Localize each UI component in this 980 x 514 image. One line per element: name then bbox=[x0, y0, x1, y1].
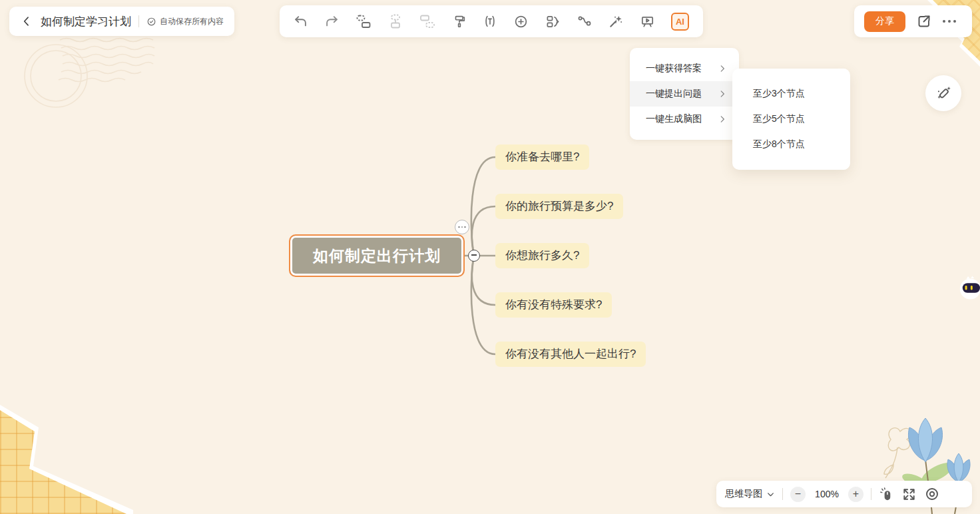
header-bar: 如何制定学习计划 自动保存所有内容 bbox=[9, 7, 234, 36]
add-node-icon bbox=[513, 14, 529, 29]
mindmap-child-node[interactable]: 你有没有特殊要求? bbox=[495, 292, 612, 318]
mindmap-child-node[interactable]: 你有没有其他人一起出行? bbox=[495, 342, 646, 367]
menu-item-ask-questions[interactable]: 一键提出问题 bbox=[630, 81, 739, 107]
add-node-button[interactable] bbox=[513, 14, 529, 29]
drag-mode-button[interactable] bbox=[879, 487, 894, 502]
magic-wand-button[interactable] bbox=[608, 14, 623, 29]
topright-bar: 分享 bbox=[854, 5, 972, 37]
chevron-right-icon bbox=[718, 64, 727, 73]
share-button[interactable]: 分享 bbox=[864, 11, 905, 32]
status-bar: 思维导图 − 100% + bbox=[716, 481, 972, 507]
comment-bubble-icon[interactable] bbox=[455, 220, 469, 234]
submenu-item-3-nodes[interactable]: 至少3个节点 bbox=[732, 81, 850, 107]
redo-icon bbox=[324, 14, 339, 29]
ai-button[interactable]: AI bbox=[671, 13, 689, 31]
relation-line-icon bbox=[577, 14, 592, 29]
chevron-right-icon bbox=[718, 89, 727, 99]
redo-button[interactable] bbox=[324, 14, 339, 29]
autosave-label: 自动保存所有内容 bbox=[160, 16, 224, 27]
insert-child-node-icon bbox=[419, 13, 435, 29]
map-mode-label: 思维导图 bbox=[725, 488, 762, 500]
insert-sibling-node-icon bbox=[356, 13, 371, 29]
magic-eraser-button[interactable] bbox=[925, 75, 961, 111]
ai-node-count-submenu: 至少3个节点 至少5个节点 至少8个节点 bbox=[732, 69, 850, 170]
divider bbox=[138, 15, 139, 27]
export-icon bbox=[916, 13, 932, 29]
fullscreen-button[interactable] bbox=[901, 487, 917, 502]
zoom-level: 100% bbox=[813, 489, 841, 499]
document-title: 如何制定学习计划 bbox=[41, 14, 131, 29]
ai-dropdown-menu: 一键获得答案 一键提出问题 一键生成脑图 bbox=[630, 48, 739, 140]
magic-wand-icon bbox=[608, 14, 623, 29]
presentation-button[interactable] bbox=[640, 14, 655, 29]
mindmap-child-node[interactable]: 你准备去哪里? bbox=[495, 144, 589, 170]
more-icon bbox=[943, 20, 956, 23]
menu-item-label: 一键获得答案 bbox=[646, 63, 702, 75]
main-toolbar: AI bbox=[280, 5, 703, 37]
mindmap-root-node[interactable]: 如何制定出行计划 bbox=[289, 234, 465, 277]
chevron-left-icon bbox=[20, 15, 33, 28]
insert-parent-node-icon bbox=[387, 13, 403, 29]
mindmap-child-node[interactable]: 你的旅行预算是多少? bbox=[495, 194, 623, 219]
preview-button[interactable] bbox=[924, 486, 940, 502]
menu-item-get-answers[interactable]: 一键获得答案 bbox=[630, 56, 739, 81]
collapse-branch-button[interactable] bbox=[468, 250, 480, 262]
zoom-in-button[interactable]: + bbox=[848, 487, 863, 502]
format-painter-icon bbox=[452, 14, 467, 29]
insert-sibling-node-button[interactable] bbox=[356, 13, 371, 29]
export-button[interactable] bbox=[916, 13, 932, 29]
divider bbox=[871, 488, 871, 500]
summary-button[interactable] bbox=[545, 14, 561, 29]
menu-item-label: 一键生成脑图 bbox=[646, 113, 702, 125]
insert-child-node-button[interactable] bbox=[419, 13, 435, 29]
text-button[interactable] bbox=[483, 14, 497, 29]
zoom-out-button[interactable]: − bbox=[790, 487, 806, 502]
menu-item-label: 一键提出问题 bbox=[646, 88, 702, 100]
autosave-status: 自动保存所有内容 bbox=[146, 16, 224, 27]
back-button[interactable] bbox=[20, 15, 33, 28]
eye-icon bbox=[924, 486, 940, 502]
presentation-icon bbox=[640, 14, 655, 29]
undo-button[interactable] bbox=[294, 14, 308, 29]
mindmap-child-node[interactable]: 你想旅行多久? bbox=[495, 243, 589, 268]
relation-line-button[interactable] bbox=[577, 14, 592, 29]
format-painter-button[interactable] bbox=[452, 14, 467, 29]
chevron-right-icon bbox=[718, 115, 727, 124]
fullscreen-icon bbox=[901, 487, 917, 502]
mouse-icon bbox=[879, 487, 894, 502]
undo-icon bbox=[294, 14, 308, 29]
more-button[interactable] bbox=[943, 20, 956, 23]
text-icon bbox=[483, 14, 497, 29]
summary-icon bbox=[545, 14, 561, 29]
magic-eraser-icon bbox=[935, 85, 952, 102]
check-circle-icon bbox=[146, 17, 156, 27]
submenu-item-8-nodes[interactable]: 至少8个节点 bbox=[732, 132, 850, 157]
chevron-down-icon bbox=[766, 490, 775, 499]
map-mode-select[interactable]: 思维导图 bbox=[725, 488, 775, 500]
menu-item-generate-mindmap[interactable]: 一键生成脑图 bbox=[630, 107, 739, 132]
insert-parent-node-button[interactable] bbox=[387, 13, 403, 29]
submenu-item-5-nodes[interactable]: 至少5个节点 bbox=[732, 107, 850, 132]
divider bbox=[782, 488, 783, 500]
